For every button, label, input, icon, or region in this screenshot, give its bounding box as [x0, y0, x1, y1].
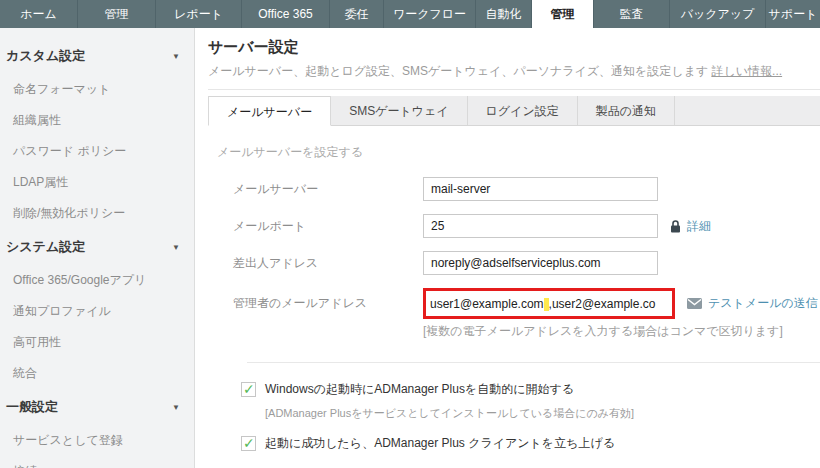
field-row-mail-port: メールポート 詳細 [217, 214, 820, 238]
mail-port-label: メールポート [217, 218, 423, 235]
sidebar-item-notification-profile[interactable]: 通知プロファイル [0, 296, 194, 327]
sidebar-item-office365-google-apps[interactable]: Office 365/Googleアプリ [0, 265, 194, 296]
port-detail-link[interactable]: 詳細 [687, 218, 711, 235]
sidebar-section-custom-settings[interactable]: カスタム設定 ▼ [0, 38, 194, 74]
nav-tab-workflow[interactable]: ワークフロー [384, 0, 476, 28]
admin-email-text-before: user1@example.com [430, 297, 544, 311]
mail-server-label: メールサーバー [217, 181, 423, 198]
sidebar-item-high-availability[interactable]: 高可用性 [0, 327, 194, 358]
app-window: ホーム 管理 レポート Office 365 委任 ワークフロー 自動化 管理 … [0, 0, 820, 468]
tab-login-settings[interactable]: ログイン設定 [468, 96, 578, 125]
checkbox-row-launch-client: 起動に成功したら、ADManager Plus クライアントを立ち上げる [241, 435, 820, 452]
field-row-mail-server: メールサーバー [217, 177, 820, 201]
sidebar-item-org-attributes[interactable]: 組織属性 [0, 105, 194, 136]
tab-mail-server[interactable]: メールサーバー [208, 96, 331, 126]
sidebar-section-title: 一般設定 [6, 398, 58, 416]
sidebar: カスタム設定 ▼ 命名フォーマット 組織属性 パスワード ポリシー LDAP属性… [0, 28, 195, 468]
nav-tab-backup[interactable]: バックアップ [670, 0, 766, 28]
sidebar-section-title: システム設定 [6, 238, 85, 256]
top-navigation: ホーム 管理 レポート Office 365 委任 ワークフロー 自動化 管理 … [0, 0, 820, 28]
page-subtitle-text: メールサーバー、起動とログ設定、SMSゲートウェイ、パーソナライズ、通知を設定し… [208, 64, 708, 78]
admin-email-text-after: ,user2@example.co [549, 297, 656, 311]
field-row-admin-email: 管理者のメールアドレス user1@example.com,user2@exam… [217, 288, 820, 319]
divider [208, 89, 820, 90]
sidebar-item-delete-disable-policy[interactable]: 削除/無効化ポリシー [0, 198, 194, 229]
page-title: サーバー設定 [208, 38, 820, 57]
field-row-from-address: 差出人アドレス [217, 251, 820, 275]
sidebar-item-connection[interactable]: 接続 [0, 456, 194, 468]
checkbox-row-autostart: Windowsの起動時にADManager Plusを自動的に開始する [241, 381, 820, 398]
nav-tab-audit[interactable]: 監査 [594, 0, 670, 28]
from-address-input[interactable] [423, 251, 658, 275]
chevron-down-icon: ▼ [172, 243, 180, 252]
sidebar-item-ldap-attributes[interactable]: LDAP属性 [0, 167, 194, 198]
nav-tab-support[interactable]: サポート [766, 0, 820, 28]
page-subtitle: メールサーバー、起動とログ設定、SMSゲートウェイ、パーソナライズ、通知を設定し… [208, 63, 820, 80]
sidebar-section-general-settings[interactable]: 一般設定 ▼ [0, 389, 194, 425]
mail-server-input[interactable] [423, 177, 658, 201]
admin-email-helper: [複数の電子メールアドレスを入力する場合はコンマで区切ります] [423, 323, 820, 340]
settings-tab-bar: メールサーバー SMSゲートウェイ ログイン設定 製品の通知 [208, 96, 820, 126]
sidebar-section-system-settings[interactable]: システム設定 ▼ [0, 229, 194, 265]
launch-client-label: 起動に成功したら、ADManager Plus クライアントを立ち上げる [265, 435, 615, 452]
nav-tab-reports[interactable]: レポート [156, 0, 242, 28]
form-section-label: メールサーバーを設定する [217, 144, 820, 161]
sidebar-item-password-policy[interactable]: パスワード ポリシー [0, 136, 194, 167]
launch-client-checkbox[interactable] [241, 436, 256, 451]
mail-server-form: メールサーバーを設定する メールサーバー メールポート [208, 126, 820, 468]
main-content: サーバー設定 メールサーバー、起動とログ設定、SMSゲートウェイ、パーソナライズ… [195, 28, 820, 468]
nav-tab-home[interactable]: ホーム [0, 0, 78, 28]
nav-tab-delegation[interactable]: 委任 [330, 0, 384, 28]
autostart-checkbox[interactable] [241, 382, 256, 397]
tab-sms-gateway[interactable]: SMSゲートウェイ [331, 96, 467, 125]
sidebar-item-register-as-service[interactable]: サービスとして登録 [0, 425, 194, 456]
send-test-mail-link[interactable]: テストメールの送信 [708, 295, 818, 312]
more-info-link[interactable]: 詳しい情報... [712, 64, 783, 78]
sidebar-item-integration[interactable]: 統合 [0, 358, 194, 389]
envelope-icon [687, 298, 702, 309]
mail-port-input[interactable] [423, 214, 658, 238]
sidebar-item-naming-format[interactable]: 命名フォーマット [0, 74, 194, 105]
nav-tab-management[interactable]: 管理 [78, 0, 156, 28]
autostart-label: Windowsの起動時にADManager Plusを自動的に開始する [265, 381, 574, 398]
sidebar-section-title: カスタム設定 [6, 47, 85, 65]
divider [247, 362, 820, 363]
admin-email-label: 管理者のメールアドレス [217, 295, 423, 312]
admin-email-highlight-box: user1@example.com,user2@example.co [423, 288, 675, 319]
tab-product-notification[interactable]: 製品の通知 [578, 96, 675, 125]
admin-email-input[interactable]: user1@example.com,user2@example.co [430, 297, 655, 311]
chevron-down-icon: ▼ [172, 403, 180, 412]
nav-tab-automation[interactable]: 自動化 [476, 0, 532, 28]
nav-tab-office365[interactable]: Office 365 [242, 0, 330, 28]
nav-tab-admin-active[interactable]: 管理 [532, 0, 594, 28]
from-address-label: 差出人アドレス [217, 255, 423, 272]
autostart-helper: [ADManager Plusをサービスとしてインストールしている場合にのみ有効… [265, 406, 820, 421]
chevron-down-icon: ▼ [172, 52, 180, 61]
lock-icon [670, 220, 681, 233]
